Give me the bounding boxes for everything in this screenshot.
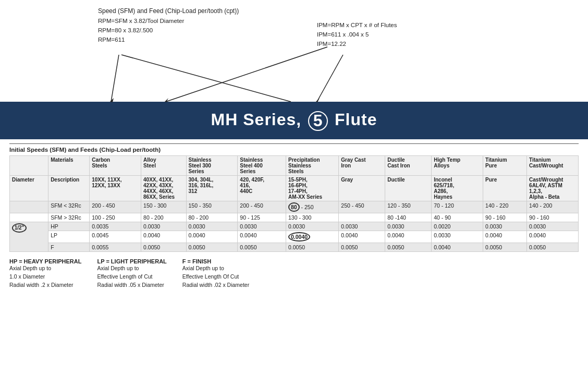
banner-suffix-text: Flute	[335, 110, 377, 129]
footer-hp-title: HP = HEAVY PERIPHERAL	[9, 258, 81, 264]
th-sub-ss300: 304, 304L,316, 316L,312	[186, 176, 238, 201]
svg-marker-7	[316, 98, 320, 102]
hp-precip: 0.0030	[286, 222, 339, 231]
formula-rpm-2: RPM=80 x 3.82/.500	[98, 26, 239, 35]
footer-lp-body: Axial Depth up to Effective Length of Cu…	[97, 264, 166, 289]
hp-alloy: 0.0030	[141, 222, 186, 231]
col-header-row-1: Materials CarbonSteels AlloySteel Stainl…	[10, 156, 579, 176]
formula-rpm-1: RPM=SFM x 3.82/Tool Diameter	[98, 17, 239, 26]
th-gray: Gray CastIron	[339, 156, 385, 176]
th-ss400: StainlessSteel 400Series	[238, 156, 286, 176]
th-diameter	[10, 156, 48, 176]
annotation-right: IPM=RPM x CPT x # of Flutes IPM=611 x .0…	[317, 21, 397, 49]
th-sub-hightemp: Inconel625/718,A286,Haynes	[432, 176, 483, 201]
hp-ticast: 0.0030	[527, 222, 579, 231]
footer-hp-line-1: Axial Depth up to	[9, 264, 81, 273]
lp-precip: 0.0040	[286, 231, 339, 243]
th-ss300: StainlessSteel 300Series	[186, 156, 238, 176]
footer-lp: LP = LIGHT PERIPHERAL Axial Depth up to …	[97, 258, 166, 289]
footer-f-line-2: Effective Length Of Cut	[182, 273, 249, 281]
table-header-label: Initial Speeds (SFM) and Feeds (Chip-Loa…	[9, 143, 579, 153]
f-ticast: 0.0050	[527, 243, 579, 252]
footer: HP = HEAVY PERIPHERAL Axial Depth up to …	[9, 258, 579, 289]
footer-hp-line-2: 1.0 x Diameter	[9, 273, 81, 281]
svg-line-0	[111, 55, 119, 102]
hp-ss400: 0.0030	[238, 222, 286, 231]
footer-f-line-1: Axial Depth up to	[182, 264, 249, 273]
th-ticast: TitaniumCast/Wrought	[527, 156, 579, 176]
lp-ss300: 0.0040	[186, 231, 238, 243]
footer-lp-line-1: Axial Depth up to	[97, 264, 166, 273]
footer-f-body: Axial Depth up to Effective Length Of Cu…	[182, 264, 249, 289]
lp-hightemp: 0.0030	[432, 231, 483, 243]
data-table: Materials CarbonSteels AlloySteel Stainl…	[9, 155, 579, 252]
lp-ductile: 0.0040	[385, 231, 432, 243]
f-carbon: 0.0055	[90, 243, 141, 252]
col-header-row-2: Diameter Description 10XX, 11XX,12XX, 13…	[10, 176, 579, 201]
sfm-row-2: SFM > 32Rc 100 - 250 80 - 200 80 - 200 9…	[10, 213, 579, 222]
hp-gray: 0.0030	[339, 222, 385, 231]
footer-f-title: F = FINISH	[182, 258, 249, 264]
th-sub-description: Description	[48, 176, 90, 201]
sfm-hightemp-2: 40 - 90	[432, 213, 483, 222]
f-ss300: 0.0050	[186, 243, 238, 252]
th-sub-gray: Gray	[339, 176, 385, 201]
th-sub-alloy: 40XX, 41XX,42XX, 43XX,44XX, 46XX,86XX, S…	[141, 176, 186, 201]
f-precip: 0.0050	[286, 243, 339, 252]
footer-f: F = FINISH Axial Depth up to Effective L…	[182, 258, 249, 289]
lp-gray: 0.0040	[339, 231, 385, 243]
left-formulas: RPM=SFM x 3.82/Tool Diameter RPM=80 x 3.…	[98, 17, 239, 44]
sfm-hightemp-1: 70 - 120	[432, 201, 483, 213]
sfm-alloy-1: 150 - 300	[141, 201, 186, 213]
sfm-label-1: SFM < 32Rc	[48, 201, 90, 213]
footer-lp-line-2: Effective Length of Cut	[97, 273, 166, 281]
hp-ductile: 0.0030	[385, 222, 432, 231]
sfm-carbon-1: 200 - 450	[90, 201, 141, 213]
lp-precip-highlighted: 0.0040	[288, 232, 310, 242]
th-sub-carbon: 10XX, 11XX,12XX, 13XX	[90, 176, 141, 201]
speed-feed-label: Speed (SFM) and Feed (Chip-Load per/toot…	[98, 7, 239, 15]
sfm-carbon-2: 100 - 250	[90, 213, 141, 222]
formula-ipm-1: IPM=RPM x CPT x # of Flutes	[317, 21, 397, 30]
sfm-label-empty	[10, 201, 48, 213]
banner: MH Series, 5 Flute	[0, 102, 588, 139]
diameter-cell-half: 1/2"	[10, 222, 48, 252]
th-sub-ticast: Cast/Wrought6AL4V, ASTM1,2,3,Alpha - Bet…	[527, 176, 579, 201]
banner-title-text: MH Series,	[211, 110, 302, 129]
sfm-gray-1: 250 - 450	[339, 201, 385, 213]
footer-f-line-3: Radial width .02 x Diameter	[182, 281, 249, 289]
banner-number-circled: 5	[308, 111, 328, 131]
data-row-half-hp: 1/2" HP 0.0035 0.0030 0.0030 0.0030 0.00…	[10, 222, 579, 231]
svg-line-6	[317, 55, 343, 102]
page-container: Speed (SFM) and Feed (Chip-Load per/toot…	[0, 0, 588, 374]
sfm-ductile-1: 120 - 350	[385, 201, 432, 213]
hp-hightemp: 0.0020	[432, 222, 483, 231]
formula-ipm-2: IPM=611 x .004 x 5	[317, 30, 397, 40]
sfm-ticast-1: 140 - 200	[527, 201, 579, 213]
footer-hp: HP = HEAVY PERIPHERAL Axial Depth up to …	[9, 258, 81, 289]
diameter-circle: 1/2"	[12, 223, 27, 233]
hp-tipure: 0.0030	[483, 222, 527, 231]
annotation-area: Speed (SFM) and Feed (Chip-Load per/toot…	[9, 0, 579, 102]
annotation-left: Speed (SFM) and Feed (Chip-Load per/toot…	[98, 7, 239, 44]
th-precip: PrecipitationStainlessSteels	[286, 156, 339, 176]
sfm-ss300-2: 80 - 200	[186, 213, 238, 222]
svg-marker-3	[287, 98, 291, 102]
desc-f: F	[48, 243, 90, 252]
sfm-label-2: SFM > 32Rc	[48, 213, 90, 222]
f-alloy: 0.0050	[141, 243, 186, 252]
lp-ticast: 0.0040	[527, 231, 579, 243]
hp-ss300: 0.0030	[186, 222, 238, 231]
desc-lp: LP	[48, 231, 90, 243]
svg-line-2	[121, 55, 291, 102]
th-carbon: CarbonSteels	[90, 156, 141, 176]
right-formulas: IPM=RPM x CPT x # of Flutes IPM=611 x .0…	[317, 21, 397, 49]
lp-ss400: 0.0040	[238, 231, 286, 243]
sfm-row-1: SFM < 32Rc 200 - 450 150 - 300 150 - 350…	[10, 201, 579, 213]
lp-tipure: 0.0040	[483, 231, 527, 243]
th-alloy: AlloySteel	[141, 156, 186, 176]
footer-lp-line-3: Radial width .05 x Diameter	[97, 281, 166, 289]
sfm-ductile-2: 80 -140	[385, 213, 432, 222]
sfm-tipure-2: 90 - 160	[483, 213, 527, 222]
footer-hp-body: Axial Depth up to 1.0 x Diameter Radial …	[9, 264, 81, 289]
